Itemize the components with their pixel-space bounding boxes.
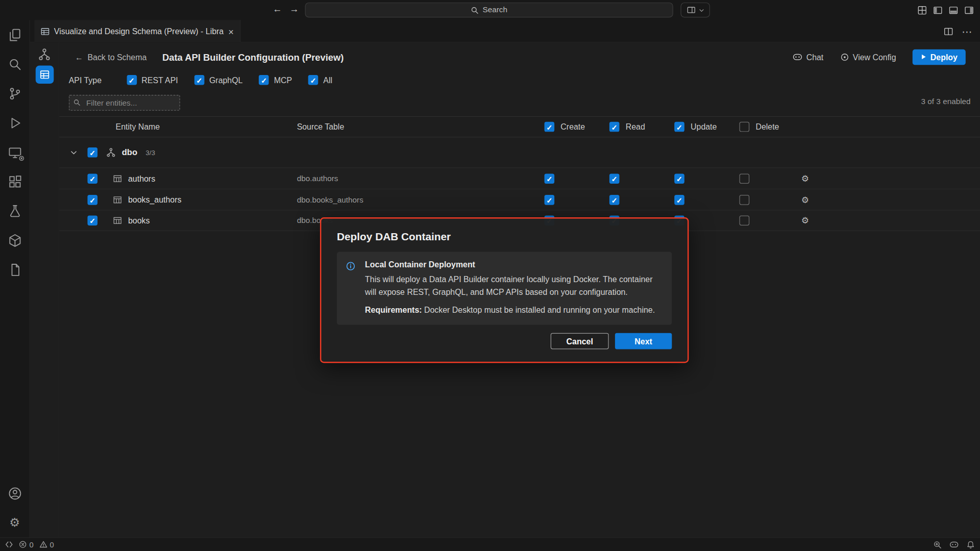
create-checkbox[interactable] bbox=[545, 194, 555, 205]
source-table: dbo.books_authors bbox=[297, 195, 363, 204]
problems-errors[interactable]: 0 bbox=[19, 540, 34, 549]
table-icon bbox=[113, 174, 122, 183]
schema-group-row: dbo 3/3 bbox=[59, 140, 980, 165]
row-select-checkbox[interactable] bbox=[87, 173, 97, 184]
tab-visualize-schema[interactable]: Visualize and Design Schema (Preview) - … bbox=[34, 20, 240, 42]
notifications-bell-icon[interactable] bbox=[966, 540, 975, 549]
read-checkbox[interactable] bbox=[609, 173, 620, 184]
remote-explorer-icon[interactable] bbox=[0, 137, 30, 167]
update-checkbox[interactable] bbox=[674, 194, 684, 205]
update-checkbox[interactable] bbox=[674, 173, 684, 184]
group-count: 3/3 bbox=[145, 148, 155, 156]
delete-checkbox[interactable] bbox=[740, 173, 750, 184]
copilot-status-icon[interactable] bbox=[949, 540, 959, 549]
delete-all-checkbox[interactable] bbox=[740, 122, 750, 132]
layout-control-button[interactable] bbox=[680, 3, 710, 17]
containers-icon[interactable] bbox=[0, 226, 30, 255]
row-settings-gear-icon[interactable]: ⚙ bbox=[801, 174, 809, 183]
editor-tab-bar: Visualize and Design Schema (Preview) - … bbox=[30, 20, 980, 42]
dab-config-view-icon[interactable] bbox=[36, 66, 54, 84]
all-label: All bbox=[323, 76, 332, 85]
rest-api-label: REST API bbox=[141, 76, 178, 85]
row-select-checkbox[interactable] bbox=[87, 194, 97, 205]
mcp-label: MCP bbox=[274, 76, 292, 85]
deploy-button[interactable]: Deploy bbox=[912, 49, 966, 65]
activity-bar: ⚙ bbox=[0, 20, 30, 537]
search-icon bbox=[471, 6, 479, 14]
view-config-button[interactable]: View Config bbox=[840, 52, 896, 61]
api-type-label: API Type bbox=[69, 76, 102, 85]
columns-icon bbox=[687, 6, 695, 14]
cancel-button[interactable]: Cancel bbox=[551, 333, 609, 349]
schema-view-icon[interactable] bbox=[38, 48, 51, 60]
remote-icon bbox=[5, 540, 13, 548]
col-read: Read bbox=[626, 122, 645, 131]
account-icon[interactable] bbox=[0, 479, 30, 508]
create-all-checkbox[interactable] bbox=[545, 122, 555, 132]
delete-checkbox[interactable] bbox=[740, 194, 750, 205]
requirements-label: Requirements: bbox=[365, 306, 422, 315]
toggle-panel-icon[interactable] bbox=[949, 5, 958, 14]
chat-button[interactable]: Chat bbox=[793, 52, 824, 62]
graphql-checkbox[interactable] bbox=[194, 75, 205, 85]
api-option-all[interactable]: All bbox=[308, 75, 332, 85]
remote-indicator[interactable] bbox=[5, 540, 13, 548]
create-checkbox[interactable] bbox=[545, 173, 555, 184]
update-all-checkbox[interactable] bbox=[674, 122, 684, 132]
mcp-checkbox[interactable] bbox=[259, 75, 269, 85]
api-option-graphql[interactable]: GraphQL bbox=[194, 75, 243, 85]
entity-name: authors bbox=[128, 173, 155, 183]
problems-warnings[interactable]: 0 bbox=[39, 540, 54, 549]
info-icon bbox=[346, 261, 356, 271]
copilot-icon bbox=[793, 52, 803, 62]
back-to-schema-link[interactable]: ← Back to Schema bbox=[75, 52, 146, 61]
all-checkbox[interactable] bbox=[308, 75, 318, 85]
search-view-icon[interactable] bbox=[0, 49, 30, 79]
group-select-checkbox[interactable] bbox=[87, 147, 97, 158]
extensions-icon[interactable] bbox=[0, 167, 30, 196]
entity-name: books bbox=[128, 216, 150, 225]
settings-gear-icon[interactable]: ⚙ bbox=[0, 508, 30, 538]
source-control-icon[interactable] bbox=[0, 79, 30, 108]
deploy-label: Deploy bbox=[930, 52, 958, 61]
customize-layout-icon[interactable] bbox=[918, 5, 927, 14]
search-command-center[interactable]: Search bbox=[305, 3, 673, 17]
tab-close-icon[interactable]: × bbox=[228, 27, 234, 36]
testing-icon[interactable] bbox=[0, 196, 30, 226]
next-button[interactable]: Next bbox=[615, 333, 672, 349]
more-actions-icon[interactable]: ⋯ bbox=[962, 26, 972, 37]
nav-back-icon[interactable]: ← bbox=[273, 4, 282, 14]
database-projects-icon[interactable] bbox=[0, 255, 30, 285]
status-bar: 0 0 bbox=[0, 537, 980, 551]
rest-api-checkbox[interactable] bbox=[127, 75, 137, 85]
remote-badge-icon bbox=[18, 155, 24, 162]
row-select-checkbox[interactable] bbox=[87, 215, 97, 226]
row-settings-gear-icon[interactable]: ⚙ bbox=[801, 195, 809, 204]
delete-checkbox[interactable] bbox=[740, 215, 750, 226]
row-settings-gear-icon[interactable]: ⚙ bbox=[801, 216, 809, 225]
play-icon bbox=[920, 54, 926, 60]
col-delete: Delete bbox=[755, 122, 779, 131]
source-table: dbo.authors bbox=[297, 174, 338, 183]
error-icon bbox=[19, 540, 27, 548]
entity-name: books_authors bbox=[128, 195, 181, 204]
read-checkbox[interactable] bbox=[609, 194, 620, 205]
api-option-rest[interactable]: REST API bbox=[127, 75, 178, 85]
group-collapse-chevron-icon[interactable] bbox=[70, 148, 78, 156]
toggle-secondary-sidebar-icon[interactable] bbox=[964, 5, 973, 14]
table-row: authors dbo.authors ⚙ bbox=[59, 167, 980, 189]
zoom-status-icon[interactable] bbox=[933, 540, 942, 549]
run-debug-icon[interactable] bbox=[0, 108, 30, 138]
col-update: Update bbox=[691, 122, 717, 131]
filter-entities-input[interactable] bbox=[69, 95, 180, 111]
warning-count: 0 bbox=[50, 540, 54, 549]
explorer-icon[interactable] bbox=[0, 20, 30, 49]
nav-forward-icon[interactable]: → bbox=[289, 4, 299, 14]
read-all-checkbox[interactable] bbox=[609, 122, 620, 132]
schema-designer-icon bbox=[41, 27, 50, 36]
toggle-primary-sidebar-icon[interactable] bbox=[933, 5, 942, 14]
requirements-body: Docker Desktop must be installed and run… bbox=[422, 306, 655, 315]
back-label: Back to Schema bbox=[87, 52, 146, 61]
split-editor-icon[interactable] bbox=[944, 27, 953, 36]
api-option-mcp[interactable]: MCP bbox=[259, 75, 292, 85]
